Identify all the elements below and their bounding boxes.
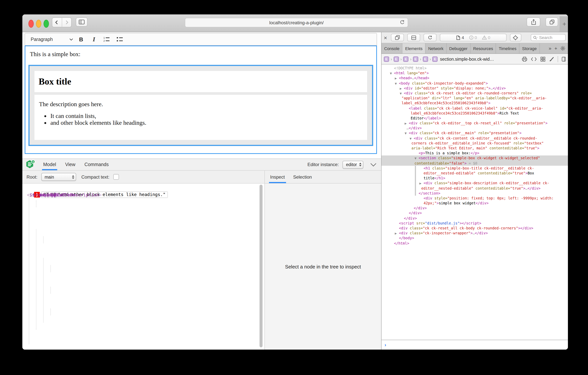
simple-box-widget[interactable]: Box title The description goes here. It …: [28, 65, 373, 146]
tab-debugger[interactable]: Debugger: [446, 43, 471, 54]
dom-tree-line[interactable]: <script src="dist/bundle.js"></script>: [381, 221, 568, 226]
resource-status-button[interactable]: 4 0: [440, 34, 506, 41]
dom-tree-line[interactable]: ▶<div id="editor" style="display: none;"…: [381, 86, 568, 91]
tab-inspect[interactable]: Inspect: [270, 171, 285, 183]
details-sidebar-icon[interactable]: [561, 56, 566, 62]
minimize-window-button[interactable]: [36, 20, 41, 28]
dom-tree-line[interactable]: contenteditable="false"> = $0: [381, 161, 568, 165]
print-icon[interactable]: [522, 56, 527, 62]
root-select[interactable]: main: [41, 173, 76, 181]
dom-tree-line[interactable]: <!DOCTYPE html>: [381, 66, 568, 70]
tab-commands[interactable]: Commands: [84, 159, 109, 170]
sidebar-toggle-button[interactable]: [76, 17, 87, 27]
description-paragraph[interactable]: The description goes here.: [39, 101, 363, 108]
dom-tree-line[interactable]: editor__nested-editable" contenteditable…: [381, 171, 568, 176]
dom-tree-line[interactable]: 42px;">simple box widget</div>: [381, 201, 568, 206]
close-devtools-button[interactable]: ×: [384, 35, 387, 40]
collapse-inspector-icon[interactable]: [370, 163, 377, 166]
dom-tree-line[interactable]: ▶<head>…</head>: [381, 76, 568, 81]
tab-resources[interactable]: Resources: [471, 43, 496, 54]
editor-editable-area[interactable]: This is a simple box: Box title The desc…: [25, 45, 377, 154]
dock-side-button[interactable]: [407, 34, 420, 41]
tab-console[interactable]: Console: [381, 43, 403, 54]
dom-tree-line[interactable]: ▼<body class="ck-inspector-body-expanded…: [381, 81, 568, 86]
dom-tree-line[interactable]: <p>This is a simple box:</p>: [381, 151, 568, 155]
gear-icon[interactable]: [560, 46, 565, 51]
dom-tree-line[interactable]: <div style="position: fixed; top: 0px; l…: [381, 196, 568, 201]
italic-button[interactable]: I: [89, 35, 99, 44]
dom-tree-line[interactable]: editor__nested-editable" contenteditable…: [381, 186, 568, 190]
dom-tree-line[interactable]: <label class="ck ck-label ck-voice-label…: [381, 106, 568, 110]
tab-network[interactable]: Network: [425, 43, 446, 54]
add-tab-icon[interactable]: +: [555, 45, 557, 51]
heading-dropdown[interactable]: Paragraph: [31, 37, 73, 42]
compact-text-checkbox[interactable]: [113, 174, 119, 180]
dom-tree-line[interactable]: <h1 class="simple-box-title ck-editor__e…: [381, 166, 568, 171]
dom-tree-line[interactable]: ▼<html lang="en">: [381, 70, 568, 76]
reload-button[interactable]: [399, 19, 405, 25]
address-bar[interactable]: localhost/creating-a-plugin/: [185, 18, 408, 27]
dom-tree-line[interactable]: </body>: [381, 236, 568, 241]
element-crumb-icon[interactable]: E: [423, 56, 428, 62]
numbered-list-button[interactable]: 1 2: [102, 35, 112, 44]
back-button[interactable]: [52, 18, 62, 27]
dom-tree-line[interactable]: ▶<div class="ck ck-editor__top ck-reset_…: [381, 121, 568, 125]
show-source-icon[interactable]: [531, 57, 537, 61]
tab-model[interactable]: Model: [43, 159, 56, 170]
element-picker-button[interactable]: [510, 34, 521, 41]
close-window-button[interactable]: [28, 20, 34, 28]
selected-element-crumb[interactable]: section.simple-box.ck-wid…: [440, 57, 494, 61]
dom-tree-line[interactable]: Editor</label>: [381, 116, 568, 121]
editor-paragraph[interactable]: This is a simple box:: [30, 51, 376, 58]
dom-tree-line[interactable]: </div>: [381, 216, 568, 221]
tab-timelines[interactable]: Timelines: [496, 43, 519, 54]
dom-tree-line[interactable]: </section>: [381, 190, 568, 196]
dom-tree-line[interactable]: </html>: [381, 241, 568, 245]
forward-button[interactable]: [62, 18, 71, 27]
element-crumb-icon[interactable]: E: [413, 56, 418, 62]
tree-scrollbar[interactable]: [260, 185, 262, 347]
grid-overlay-icon[interactable]: [540, 56, 546, 62]
tab-view[interactable]: View: [65, 159, 75, 170]
element-crumb-icon[interactable]: E: [403, 56, 409, 62]
dom-tree-line[interactable]: ▼<div class="ck ck-content ck-editor__ed…: [381, 136, 568, 141]
tab-elements[interactable]: Elements: [403, 43, 426, 54]
dom-tree-line[interactable]: corners ck-editor__editable_inline ck-fo…: [381, 141, 568, 146]
zoom-window-button[interactable]: [43, 20, 49, 28]
editor-instance-select[interactable]: editor: [343, 161, 363, 168]
dom-tree-line[interactable]: "application" dir="ltr" lang="en" aria-l…: [381, 96, 568, 100]
bold-button[interactable]: B: [76, 35, 86, 44]
reload-page-button[interactable]: [424, 34, 436, 41]
element-crumb-icon[interactable]: E: [393, 56, 399, 62]
dom-tree-line[interactable]: ▼<section class="simple-box ck-widget ck…: [381, 156, 568, 161]
dom-tree-line[interactable]: ▶<div class="ck-inspector-wrapper">…</di…: [381, 231, 568, 235]
simple-box-description[interactable]: The description goes here. It can contai…: [34, 95, 367, 140]
dom-tree-line[interactable]: ▼<div class="ck ck-editor__main" role="p…: [381, 131, 568, 136]
tab-selection[interactable]: Selection: [293, 171, 312, 183]
styles-brush-icon[interactable]: [549, 56, 554, 62]
new-tab-button[interactable]: +: [560, 16, 568, 32]
dom-tree-line[interactable]: ▶<div class="simple-box-description ck-e…: [381, 181, 568, 186]
list-item[interactable]: and other block elements like headings.: [50, 120, 363, 126]
more-tabs-icon[interactable]: »: [549, 45, 551, 51]
element-crumb-icon[interactable]: E: [384, 56, 389, 62]
simple-box-title[interactable]: Box title: [34, 71, 367, 92]
tab-overview-button[interactable]: [546, 17, 558, 27]
detach-devtools-button[interactable]: [391, 34, 404, 41]
model-tree-line[interactable]: </$root>: [22, 191, 32, 198]
devtools-search-field[interactable]: Search: [531, 34, 566, 41]
quick-console[interactable]: ›: [381, 340, 568, 350]
tab-storage[interactable]: Storage: [519, 43, 540, 54]
dom-tree-line[interactable]: label_e63cbbfece34c53ce23501062343f49b8"…: [381, 110, 568, 115]
share-button[interactable]: [527, 17, 540, 27]
dom-tree-line[interactable]: <div class="ck ck-reset_all ck-body ck-r…: [381, 226, 568, 231]
bulleted-list-button[interactable]: [115, 35, 125, 44]
dom-tree-line[interactable]: ▼<div class="ck ck-reset ck-editor ck-ro…: [381, 91, 568, 96]
dom-tree-line[interactable]: label_e63cbbfece34c53ce23501062343f49b8"…: [381, 101, 568, 106]
dom-tree-line[interactable]: …</div>: [381, 126, 568, 131]
dom-tree-line[interactable]: title</h1>: [381, 176, 568, 180]
dom-tree-line[interactable]: aria-label="Rich Text Editor, main" cont…: [381, 146, 568, 151]
element-crumb-icon[interactable]: E: [432, 56, 438, 62]
dom-tree-line[interactable]: </div>: [381, 206, 568, 211]
dom-tree-line[interactable]: </div>: [381, 211, 568, 216]
